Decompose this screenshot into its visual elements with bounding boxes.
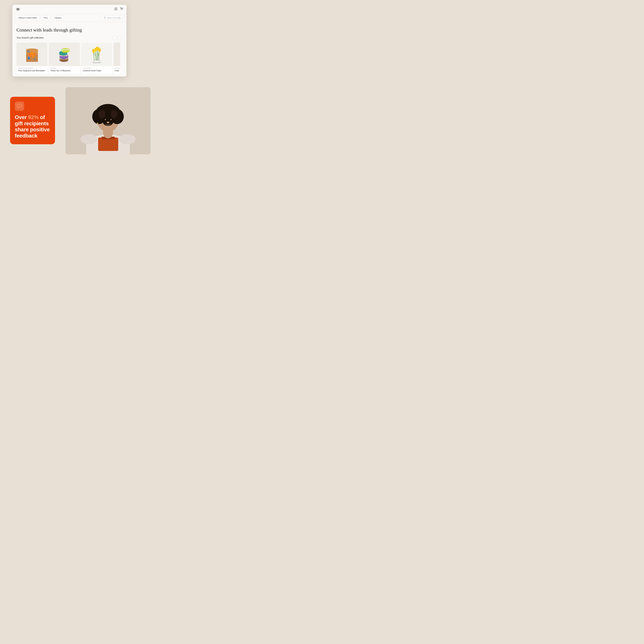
svg-line-45 (98, 50, 98, 60)
svg-point-67 (99, 110, 105, 118)
svg-line-43 (95, 51, 96, 60)
stats-card: Over 92% of gift recipients share positi… (10, 97, 55, 144)
collection-label: Your brand's gift collection (16, 36, 44, 39)
svg-point-75 (81, 134, 97, 144)
svg-point-31 (61, 53, 62, 53)
svg-line-44 (97, 49, 97, 60)
product-brand-marmalade: MARMALADE GROVE (18, 67, 46, 69)
svg-line-39 (95, 60, 95, 63)
product-info-marmalade: MARMALADE GROVE Pixie Tangerines and Mar… (16, 66, 47, 74)
svg-point-5 (121, 10, 122, 10)
filter-pills: Gifting to United States Price Category (16, 16, 64, 20)
search-bar[interactable]: Search your gifts (102, 16, 123, 20)
product-name-flowerbx: Sunshine Dutch Tulips (83, 69, 111, 72)
product-brand-woops: WOOPS! (50, 67, 78, 69)
svg-point-54 (19, 105, 20, 106)
menu-icon[interactable] (114, 8, 117, 11)
filter-category[interactable]: Category (52, 16, 64, 20)
stats-text: Over 92% of gift recipients share positi… (15, 114, 50, 139)
person-container (65, 87, 151, 154)
product-name-woops: Thank You • 9 Macarons (50, 69, 78, 72)
feedback-icon (17, 104, 22, 109)
svg-line-8 (105, 18, 106, 19)
svg-line-42 (93, 52, 94, 60)
person-photo (65, 87, 151, 154)
product-card-woops[interactable]: WOOPS! Thank You • 9 Macarons (49, 43, 80, 74)
prev-arrow[interactable]: ← (112, 36, 116, 40)
products-row: N G O MARMALADE GROV (16, 43, 122, 74)
svg-point-6 (122, 10, 122, 10)
svg-text:O: O (34, 58, 36, 61)
svg-point-73 (107, 122, 109, 123)
svg-point-71 (105, 119, 106, 120)
next-arrow[interactable]: → (118, 36, 122, 40)
svg-point-76 (119, 134, 136, 144)
product-name-open: Cotto (115, 69, 119, 72)
product-image-flowerbx (81, 43, 112, 66)
collection-header: Your brand's gift collection ← → (16, 36, 122, 40)
svg-point-68 (111, 110, 117, 118)
svg-point-33 (65, 53, 65, 53)
product-info-woops: WOOPS! Thank You • 9 Macarons (49, 66, 80, 74)
browser-navbar (12, 5, 126, 14)
search-icon (104, 17, 106, 19)
svg-point-7 (104, 17, 105, 18)
stats-line3: share positive (15, 126, 50, 132)
product-card-marmalade[interactable]: N G O MARMALADE GROV (16, 43, 47, 74)
svg-rect-37 (62, 49, 69, 50)
svg-rect-19 (28, 57, 30, 57)
product-info-flowerbx: FLOWERBX Sunshine Dutch Tulips (81, 66, 112, 74)
svg-rect-59 (98, 138, 118, 151)
filter-bar: Gifting to United States Price Category … (12, 14, 126, 22)
svg-line-46 (99, 51, 99, 60)
stats-line4: feedback (15, 133, 37, 139)
svg-point-55 (20, 105, 21, 106)
svg-point-32 (63, 52, 64, 53)
hero-title: Connect with leads through gifting (16, 27, 122, 33)
nav-arrows: ← → (112, 36, 122, 40)
product-image-woops (49, 43, 80, 66)
svg-point-74 (97, 123, 98, 124)
product-name-marmalade: Pixie Tangerines and Marmalade (18, 69, 46, 72)
app-logo (16, 7, 20, 11)
hero-section: Connect with leads through gifting Your … (12, 22, 126, 76)
product-card-partial: &OPEN Cotto (114, 43, 120, 74)
product-card-flowerbx[interactable]: FLOWERBX Sunshine Dutch Tulips (81, 43, 112, 74)
svg-point-72 (111, 119, 112, 120)
browser-window: Gifting to United States Price Category … (12, 5, 126, 76)
stats-line2: gift recipients (15, 120, 49, 126)
stats-icon-wrapper (15, 101, 24, 111)
svg-point-53 (18, 105, 19, 106)
product-image-marmalade: N G O (16, 43, 47, 66)
cart-icon[interactable] (120, 7, 123, 11)
product-brand-open: &OPEN (115, 67, 119, 69)
filter-price[interactable]: Price (41, 16, 50, 20)
product-brand-flowerbx: FLOWERBX (83, 67, 111, 69)
nav-actions (114, 7, 123, 11)
search-placeholder: Search your gifts (107, 17, 121, 19)
stats-line1: Over 92% of (15, 114, 45, 120)
svg-line-41 (98, 60, 99, 63)
svg-point-16 (32, 55, 35, 57)
product-image-partial (114, 43, 120, 66)
filter-gifting[interactable]: Gifting to United States (16, 16, 40, 20)
